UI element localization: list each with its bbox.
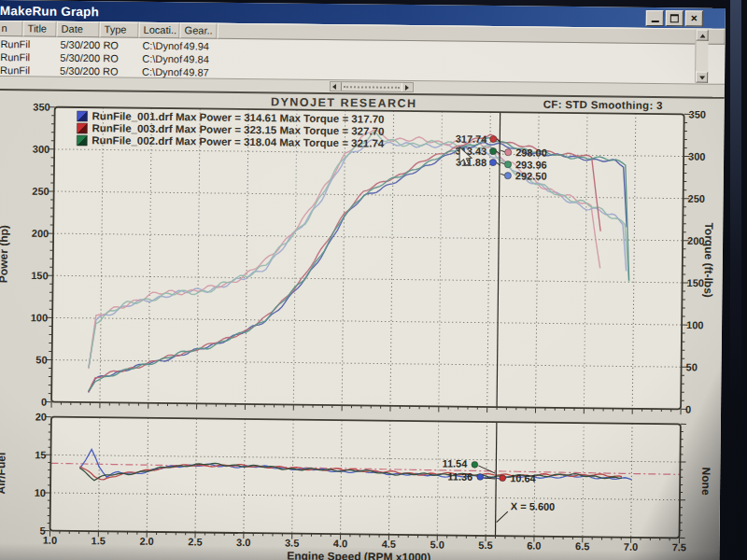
value-annotation: 292.50 bbox=[515, 170, 547, 181]
svg-text:Air/Fuel: Air/Fuel bbox=[0, 453, 8, 495]
graph-panel: DYNOJET RESEARCH CF: STD Smoothing: 3 00… bbox=[0, 89, 725, 560]
svg-text:300: 300 bbox=[688, 151, 705, 162]
cell: 49.94 bbox=[179, 40, 217, 51]
arrow-down-icon bbox=[699, 77, 705, 80]
restore-icon bbox=[670, 14, 679, 22]
cell: C:\Dynof bbox=[138, 52, 179, 63]
application-window: MakeRun Graph × nTitleDateTypeLocati..Ge… bbox=[0, 0, 726, 560]
svg-text:2.5: 2.5 bbox=[188, 536, 202, 547]
scrollbar-track[interactable] bbox=[344, 86, 400, 91]
svg-text:7.5: 7.5 bbox=[672, 541, 686, 553]
arrow-up-icon bbox=[700, 35, 706, 38]
svg-text:0: 0 bbox=[41, 397, 47, 408]
svg-text:1.0: 1.0 bbox=[43, 535, 57, 546]
cell: RunFil bbox=[0, 37, 23, 49]
column-header-n[interactable]: n bbox=[0, 21, 23, 36]
svg-text:50: 50 bbox=[686, 361, 698, 372]
window-controls: × bbox=[646, 9, 726, 26]
svg-text:250: 250 bbox=[688, 193, 705, 204]
arrow-right-icon bbox=[405, 85, 409, 91]
arrow-left-icon bbox=[332, 84, 336, 90]
svg-text:3.0: 3.0 bbox=[236, 537, 250, 548]
table-horizontal-scrollbar[interactable] bbox=[330, 81, 414, 92]
dyno-charts: 0050501001001501502002002502503003003503… bbox=[0, 91, 725, 560]
cell: 5/30/200 bbox=[56, 38, 99, 50]
value-annotation: 298.00 bbox=[515, 147, 547, 158]
svg-text:11.54: 11.54 bbox=[442, 457, 468, 469]
legend-swatch bbox=[78, 111, 88, 121]
column-header-type[interactable]: Type bbox=[100, 21, 139, 37]
value-annotation: 317.74 bbox=[456, 133, 488, 145]
scroll-down-button[interactable] bbox=[696, 71, 708, 82]
svg-text:None: None bbox=[699, 468, 712, 496]
svg-text:2.0: 2.0 bbox=[139, 536, 153, 547]
monitor-bezel-highlight bbox=[730, 0, 741, 401]
column-header-title[interactable]: Title bbox=[23, 21, 57, 36]
svg-text:300: 300 bbox=[33, 144, 49, 155]
svg-text:350: 350 bbox=[33, 101, 49, 112]
minimize-icon bbox=[651, 21, 658, 22]
svg-text:50: 50 bbox=[35, 354, 47, 365]
cell: 5/30/200 bbox=[56, 51, 99, 63]
svg-text:150: 150 bbox=[687, 277, 704, 288]
svg-text:3.5: 3.5 bbox=[285, 538, 299, 549]
cell: RO bbox=[99, 39, 138, 50]
svg-text:7.0: 7.0 bbox=[624, 541, 638, 553]
legend-swatch bbox=[77, 123, 87, 133]
svg-text:Power (hp): Power (hp) bbox=[0, 225, 10, 283]
svg-text:15: 15 bbox=[35, 449, 46, 460]
svg-text:6.5: 6.5 bbox=[575, 540, 589, 552]
svg-text:Torque (ft-lbs): Torque (ft-lbs) bbox=[701, 222, 715, 298]
column-header-gear[interactable]: Gear.. bbox=[180, 22, 218, 38]
svg-text:4.0: 4.0 bbox=[333, 538, 347, 549]
column-header-date[interactable]: Date bbox=[57, 21, 100, 38]
svg-text:4.5: 4.5 bbox=[382, 539, 396, 550]
scroll-up-button[interactable] bbox=[697, 29, 709, 40]
svg-text:Engine Speed (RPM x1000): Engine Speed (RPM x1000) bbox=[287, 550, 430, 560]
cell: RO bbox=[99, 65, 138, 77]
svg-text:10.64: 10.64 bbox=[510, 472, 537, 483]
svg-text:250: 250 bbox=[32, 186, 49, 197]
cell: 49.84 bbox=[179, 53, 217, 64]
svg-text:200: 200 bbox=[32, 228, 49, 239]
cell: C:\Dynof bbox=[138, 39, 179, 50]
close-icon: × bbox=[691, 12, 698, 23]
cell: RO bbox=[99, 52, 138, 63]
cell: 49.87 bbox=[179, 66, 217, 77]
svg-text:100: 100 bbox=[31, 312, 48, 323]
table-vertical-scrollbar[interactable] bbox=[695, 29, 709, 82]
scroll-right-button[interactable] bbox=[402, 83, 413, 91]
legend-swatch bbox=[77, 135, 87, 146]
svg-text:5.5: 5.5 bbox=[478, 539, 492, 551]
svg-text:100: 100 bbox=[686, 319, 703, 330]
svg-text:11.36: 11.36 bbox=[447, 471, 472, 483]
window-title: MakeRun Graph bbox=[0, 3, 99, 18]
restore-button[interactable] bbox=[666, 10, 684, 26]
table-body: RunFil5/30/200ROC:\Dynof49.94RunFil5/30/… bbox=[0, 37, 725, 84]
svg-text:0: 0 bbox=[685, 403, 691, 414]
svg-text:5.0: 5.0 bbox=[430, 539, 444, 550]
svg-text:150: 150 bbox=[31, 270, 48, 281]
cell: 5/30/200 bbox=[56, 64, 99, 77]
scroll-left-button[interactable] bbox=[331, 82, 342, 91]
run-file-table: nTitleDateTypeLocati..Gear.. RunFil5/30/… bbox=[0, 21, 726, 85]
svg-text:6.0: 6.0 bbox=[527, 539, 541, 551]
cell: RunFil bbox=[0, 63, 22, 75]
svg-text:350: 350 bbox=[689, 108, 706, 119]
column-header-locati[interactable]: Locati.. bbox=[139, 22, 180, 38]
svg-text:10: 10 bbox=[35, 487, 46, 498]
cell: C:\Dynof bbox=[138, 65, 179, 77]
crosshair-x-label: X = 5.600 bbox=[511, 500, 556, 512]
svg-text:1.5: 1.5 bbox=[92, 535, 106, 546]
svg-text:20: 20 bbox=[35, 411, 47, 422]
value-annotation: 293.96 bbox=[515, 159, 547, 170]
cell: RunFil bbox=[0, 50, 22, 62]
svg-text:200: 200 bbox=[687, 235, 704, 246]
close-button[interactable]: × bbox=[685, 10, 703, 26]
minimize-button[interactable] bbox=[646, 9, 664, 25]
